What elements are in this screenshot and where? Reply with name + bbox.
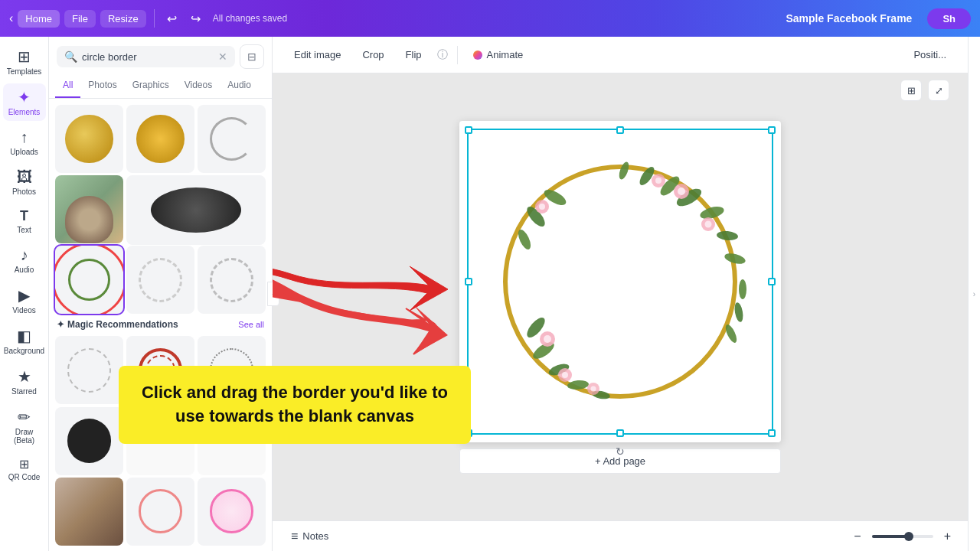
zoom-out-button[interactable]: − [849,528,865,545]
list-item[interactable] [126,478,194,546]
redo-button[interactable]: ↪ [186,8,205,29]
home-label: Home [25,13,52,24]
tab-videos[interactable]: Videos [177,73,220,98]
right-chevron-icon: › [973,290,975,298]
audio-icon: ♪ [21,246,28,264]
list-item[interactable] [55,478,123,546]
notes-label: Notes [302,530,328,542]
clear-search-icon[interactable]: ✕ [218,51,227,63]
notes-button[interactable]: ≡ Notes [285,527,335,546]
flip-button[interactable]: Flip [397,45,431,64]
templates-icon: ⊞ [18,47,31,66]
panel-collapse-button[interactable]: ‹ [267,282,279,306]
audio-label: Audio [15,266,34,274]
sidebar-item-qrcode[interactable]: ⊞ QR Code [3,452,46,486]
save-status: All changes saved [213,13,287,24]
grid-view-button[interactable]: ⊞ [900,80,922,101]
magic-rec-label: Magic Recommendations [67,319,178,330]
list-item[interactable] [198,105,266,173]
topbar: ‹ Home File Resize ↩ ↪ All changes saved… [0,0,980,37]
sidebar-item-text[interactable]: T Text [3,204,46,239]
canvas-page[interactable] [459,121,781,442]
file-button[interactable]: File [64,10,96,28]
tab-photos[interactable]: Photos [80,73,124,98]
uploads-icon: ↑ [21,129,28,146]
list-item[interactable] [126,246,194,314]
tab-all[interactable]: All [55,73,80,98]
svg-point-7 [617,161,631,181]
tab-audio[interactable]: Audio [220,73,259,98]
undo-button[interactable]: ↩ [162,8,181,29]
expand-button[interactable]: ⤢ [928,80,949,101]
elements-grid: ✦ Magic Recommendations See all [49,99,272,551]
list-item[interactable] [126,105,194,173]
resize-label: Resize [108,13,139,24]
right-panel-toggle[interactable]: › [968,37,980,551]
elements-label: Elements [8,108,41,116]
share-button[interactable]: Sh [927,8,971,29]
zoom-slider[interactable] [872,535,933,538]
sidebar-item-videos[interactable]: ▶ Videos [3,282,46,319]
notes-icon: ≡ [291,530,298,543]
sidebar-item-photos[interactable]: 🖼 Photos [3,164,46,201]
topbar-left: ‹ Home File Resize ↩ ↪ All changes saved [9,8,287,29]
magic-rec-title: ✦ Magic Recommendations [57,319,178,330]
zoom-slider-thumb[interactable] [904,532,913,541]
resize-button[interactable]: Resize [100,10,146,28]
list-item[interactable] [126,175,266,245]
text-icon: T [20,208,28,224]
position-button[interactable]: Positi... [904,45,956,64]
filter-icon: ⊟ [247,51,256,63]
templates-label: Templates [7,67,42,76]
list-item[interactable] [55,336,123,404]
info-icon[interactable]: ⓘ [434,45,451,65]
list-item[interactable] [55,407,123,475]
sidebar-item-templates[interactable]: ⊞ Templates [3,43,46,80]
magic-star-icon: ✦ [57,319,64,330]
elements-icon: ✦ [18,88,31,106]
draw-icon: ✏ [18,408,31,426]
magic-rec-header: ✦ Magic Recommendations See all [55,316,266,333]
photos-icon: 🖼 [17,168,32,186]
sidebar-item-draw[interactable]: ✏ Draw (Beta) [3,403,46,449]
animate-button[interactable]: Animate [464,45,533,64]
list-item[interactable] [198,478,266,546]
edit-image-button[interactable]: Edit image [285,45,350,64]
home-button[interactable]: Home [18,10,60,28]
sidebar-item-background[interactable]: ◧ Background [3,322,46,360]
sidebar-item-elements[interactable]: ✦ Elements [3,83,46,121]
zoom-in-button[interactable]: + [939,528,956,545]
canvas-wrapper: ↻ [459,121,781,442]
animate-circle-icon [473,51,482,60]
edit-toolbar: Edit image Crop Flip ⓘ Animate Positi... [273,37,968,73]
list-item[interactable] [55,105,123,173]
starred-icon: ★ [18,367,31,386]
svg-point-13 [705,220,712,227]
list-item[interactable] [55,175,123,243]
search-icon: 🔍 [64,51,77,63]
tab-graphics[interactable]: Graphics [125,73,177,98]
rotate-handle[interactable]: ↻ [616,445,625,458]
topbar-separator [154,9,155,28]
list-item[interactable] [198,246,266,314]
sidebar-item-starred[interactable]: ★ Starred [3,363,46,400]
canvas-area: Edit image Crop Flip ⓘ Animate Positi...… [273,37,968,551]
qrcode-icon: ⊞ [19,457,29,471]
yellow-instruction-box: Click and drag the border you'd like to … [273,366,471,444]
svg-point-18 [539,204,545,210]
search-input[interactable] [82,51,214,63]
filter-button[interactable]: ⊟ [240,44,264,69]
see-all-button[interactable]: See all [238,320,264,329]
starred-label: Starred [11,387,37,396]
svg-point-9 [678,187,685,195]
background-label: Background [4,347,44,355]
list-item[interactable] [55,246,123,314]
sidebar-item-uploads[interactable]: ↑ Uploads [3,124,46,161]
back-icon[interactable]: ‹ [9,11,13,25]
svg-point-31 [733,302,744,322]
sidebar-item-audio[interactable]: ♪ Audio [3,242,46,279]
svg-point-27 [562,372,568,378]
crop-button[interactable]: Crop [353,45,393,64]
videos-label: Videos [12,306,35,315]
videos-icon: ▶ [18,286,30,305]
